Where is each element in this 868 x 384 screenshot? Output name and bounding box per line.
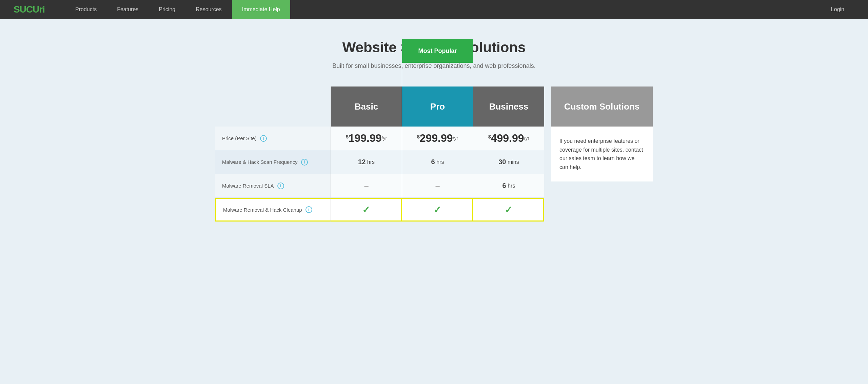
basic-price-unit: /yr — [382, 135, 387, 141]
basic-price-cell: $ 199.99 /yr — [331, 127, 402, 150]
plan-business-header: Business — [473, 87, 544, 127]
info-icon-sla[interactable]: i — [277, 183, 284, 189]
feature-label-header-spacer — [215, 87, 331, 127]
info-icon-scan[interactable]: i — [301, 159, 308, 166]
custom-solutions-header: Custom Solutions — [551, 87, 653, 127]
pro-scan-cell: 6 hrs — [402, 150, 473, 174]
nav-link-products[interactable]: Products — [65, 0, 107, 19]
business-sla-value: 6 — [502, 182, 506, 190]
plan-basic-label: Basic — [355, 101, 378, 112]
business-price-main: $ 499.99 /yr — [488, 132, 529, 145]
plan-pro-label: Pro — [430, 101, 445, 112]
pro-cleanup-cell: ✓ — [402, 198, 473, 222]
feature-row-cleanup-label: Malware Removal & Hack Cleanup i — [215, 198, 331, 222]
custom-solutions-description: If you need enterprise features or cover… — [559, 137, 644, 171]
plan-business: Business $ 499.99 /yr 30 mins 6 hrs — [473, 87, 544, 222]
nav-link-immediate-help[interactable]: Immediate Help — [232, 0, 290, 19]
nav-links: Products Features Pricing Resources Imme… — [65, 0, 821, 19]
feature-label-price: Price (Per Site) — [222, 135, 257, 141]
pro-sla-dash: – — [435, 181, 439, 190]
business-price-cell: $ 499.99 /yr — [473, 127, 544, 150]
plan-pro-header: Pro — [402, 87, 473, 127]
business-sla-cell: 6 hrs — [473, 174, 544, 198]
nav-login[interactable]: Login — [821, 6, 854, 13]
pro-price-cell: $ 299.99 /yr — [402, 127, 473, 150]
nav-item-features[interactable]: Features — [107, 0, 149, 19]
pro-price-main: $ 299.99 /yr — [417, 132, 458, 145]
feature-labels-column: Price (Per Site) i Malware & Hack Scan F… — [215, 87, 331, 222]
basic-sla-dash: – — [364, 181, 368, 190]
basic-price-dollar: $ — [346, 134, 349, 139]
basic-scan-value: 12 — [358, 158, 366, 166]
plan-basic: Basic $ 199.99 /yr 12 hrs – ✓ — [331, 87, 402, 222]
plan-basic-header: Basic — [331, 87, 402, 127]
feature-label-sla: Malware Removal SLA — [222, 183, 274, 189]
business-cleanup-check: ✓ — [505, 204, 512, 215]
business-scan-unit: mins — [506, 159, 519, 165]
business-scan-cell: 30 mins — [473, 150, 544, 174]
basic-scan-unit: hrs — [366, 159, 375, 165]
feature-label-cleanup: Malware Removal & Hack Cleanup — [223, 207, 302, 213]
main-content: Website Security Solutions Built for sma… — [197, 19, 671, 235]
business-price-unit: /yr — [524, 135, 530, 141]
feature-row-price-label: Price (Per Site) i — [215, 127, 331, 150]
pro-sla-cell: – — [402, 174, 473, 198]
pro-price-dollar: $ — [417, 134, 420, 139]
nav-link-pricing[interactable]: Pricing — [149, 0, 185, 19]
nav-item-immediate-help[interactable]: Immediate Help — [232, 0, 290, 19]
pro-scan-unit: hrs — [435, 159, 444, 165]
basic-price-main: $ 199.99 /yr — [346, 132, 387, 145]
feature-row-scan-label: Malware & Hack Scan Frequency i — [215, 150, 331, 174]
pro-price-number: 299.99 — [420, 132, 453, 145]
info-icon-price[interactable]: i — [260, 135, 267, 142]
feature-label-scan: Malware & Hack Scan Frequency — [222, 159, 298, 165]
most-popular-badge: Most Popular — [402, 39, 473, 63]
feature-row-sla-label: Malware Removal SLA i — [215, 174, 331, 198]
business-sla-unit: hrs — [506, 183, 515, 189]
plan-pro: Most Popular Pro $ 299.99 /yr 6 hrs – — [402, 63, 473, 222]
nav-item-resources[interactable]: Resources — [185, 0, 232, 19]
basic-cleanup-cell: ✓ — [331, 198, 402, 222]
business-price-dollar: $ — [488, 134, 491, 139]
business-price-number: 499.99 — [491, 132, 524, 145]
nav-link-login[interactable]: Login — [821, 6, 854, 12]
custom-solutions-body: If you need enterprise features or cover… — [551, 127, 653, 181]
info-icon-cleanup[interactable]: i — [305, 206, 312, 213]
basic-cleanup-check: ✓ — [362, 204, 370, 215]
custom-solutions-label: Custom Solutions — [564, 101, 639, 112]
pricing-table: Price (Per Site) i Malware & Hack Scan F… — [210, 87, 658, 222]
navbar: SUCUri Products Features Pricing Resourc… — [0, 0, 868, 19]
pro-price-unit: /yr — [453, 135, 458, 141]
nav-item-products[interactable]: Products — [65, 0, 107, 19]
custom-solutions-column: Custom Solutions If you need enterprise … — [551, 87, 653, 222]
business-cleanup-cell: ✓ — [473, 198, 544, 222]
nav-link-features[interactable]: Features — [107, 0, 149, 19]
logo-text: SUCUri — [14, 4, 45, 15]
basic-scan-cell: 12 hrs — [331, 150, 402, 174]
logo[interactable]: SUCUri — [14, 4, 45, 15]
business-scan-value: 30 — [498, 158, 506, 166]
nav-link-resources[interactable]: Resources — [185, 0, 232, 19]
pro-scan-value: 6 — [431, 158, 435, 166]
pro-cleanup-check: ✓ — [433, 204, 441, 215]
nav-item-pricing[interactable]: Pricing — [149, 0, 185, 19]
basic-sla-cell: – — [331, 174, 402, 198]
basic-price-number: 199.99 — [349, 132, 382, 145]
plan-business-label: Business — [489, 101, 529, 112]
